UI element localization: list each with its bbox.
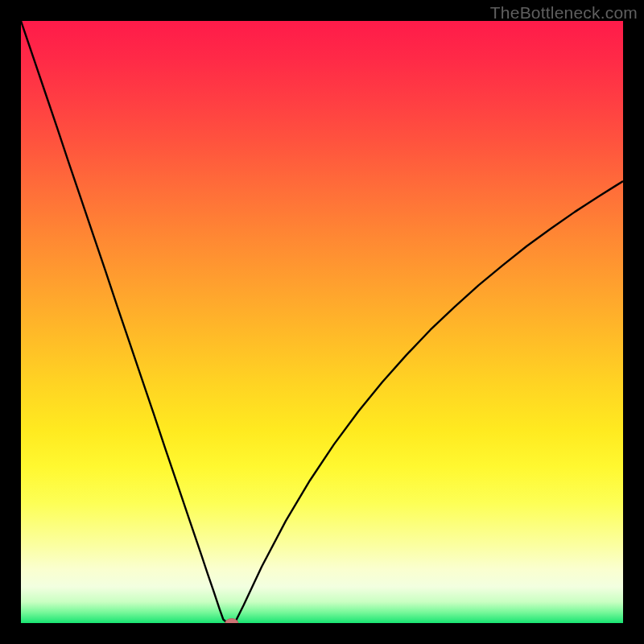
gradient-background [21,21,623,623]
chart-frame [21,21,623,623]
watermark-text: TheBottleneck.com [490,3,638,23]
bottleneck-chart [21,21,623,623]
